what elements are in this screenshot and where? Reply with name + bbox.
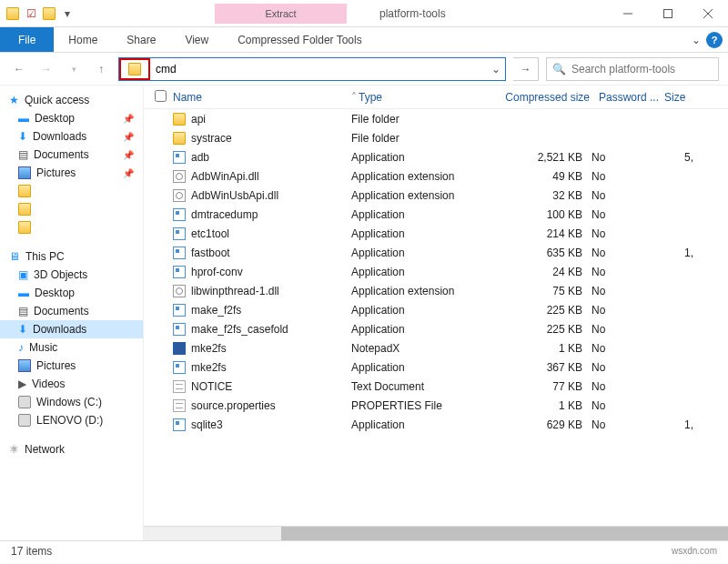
app-icon — [173, 323, 191, 336]
txt-icon — [173, 399, 191, 412]
sidebar-network[interactable]: ⚛Network — [0, 440, 143, 458]
file-row[interactable]: systraceFile folder — [144, 128, 728, 147]
file-row[interactable]: libwinpthread-1.dllApplication extension… — [144, 281, 728, 300]
sidebar-quick-access[interactable]: ★Quick access — [0, 91, 143, 109]
file-password: No — [592, 247, 657, 259]
tab-file[interactable]: File — [0, 27, 54, 52]
address-folder-icon[interactable] — [119, 58, 150, 80]
qat-dropdown-icon[interactable]: ▾ — [60, 6, 75, 21]
file-row[interactable]: mke2fsApplication367 KBNo — [144, 358, 728, 377]
file-row[interactable]: NOTICEText Document77 KBNo — [144, 377, 728, 396]
pictures-icon — [18, 359, 31, 372]
properties-icon[interactable]: ☑ — [24, 6, 38, 21]
column-compressed-size[interactable]: Compressed size — [495, 91, 599, 104]
minimize-button[interactable] — [608, 0, 648, 27]
select-all-checkbox[interactable] — [155, 90, 173, 105]
file-password: No — [592, 304, 657, 317]
app-icon — [173, 151, 191, 164]
file-row[interactable]: AdbWinUsbApi.dllApplication extension32 … — [144, 186, 728, 205]
file-list-pane: Name ˄ Type Compressed size Password ...… — [144, 86, 728, 540]
app-icon — [173, 227, 191, 240]
back-button[interactable]: ← — [9, 59, 29, 79]
file-row[interactable]: adbApplication2,521 KBNo5, — [144, 147, 728, 166]
sidebar-pictures[interactable]: Pictures📌 — [0, 164, 143, 182]
column-password[interactable]: Password ... — [599, 91, 664, 104]
ribbon-expand-icon[interactable]: ⌄ — [692, 34, 701, 46]
address-input[interactable] — [150, 59, 487, 79]
sidebar-documents[interactable]: ▤Documents📌 — [0, 146, 143, 164]
file-password: No — [592, 380, 657, 393]
file-row[interactable]: mke2fsNotepadX1 KBNo — [144, 338, 728, 358]
app-icon — [173, 266, 191, 278]
file-type: Application extension — [351, 189, 488, 202]
sidebar-folder[interactable] — [0, 200, 143, 218]
file-row[interactable]: source.propertiesPROPERTIES File1 KBNo — [144, 396, 728, 415]
file-row[interactable]: etc1toolApplication214 KBNo — [144, 224, 728, 243]
file-row[interactable]: sqlite3Application629 KBNo1, — [144, 415, 728, 434]
tab-home[interactable]: Home — [54, 27, 112, 52]
sidebar-this-pc[interactable]: 🖥This PC — [0, 247, 143, 266]
column-name[interactable]: Name — [173, 91, 351, 104]
context-tab-extract[interactable]: Extract — [215, 4, 347, 24]
file-compressed-size: 367 KB — [488, 361, 592, 374]
sidebar-folder[interactable] — [0, 218, 143, 237]
app-icon — [173, 247, 191, 259]
maximize-button[interactable] — [648, 0, 688, 27]
file-compressed-size: 49 KB — [488, 170, 592, 183]
address-dropdown-icon[interactable]: ⌄ — [487, 63, 505, 76]
sidebar-music[interactable]: ♪Music — [0, 338, 143, 357]
file-row[interactable]: hprof-convApplication24 KBNo — [144, 262, 728, 281]
quick-access-toolbar: ☑ ▾ — [0, 6, 80, 21]
folder-icon — [173, 132, 191, 145]
scrollbar-thumb[interactable] — [281, 527, 728, 540]
help-icon[interactable]: ? — [706, 32, 723, 48]
file-type: File folder — [351, 132, 488, 145]
file-row[interactable]: dmtracedumpApplication100 KBNo — [144, 205, 728, 224]
pin-icon: 📌 — [123, 168, 134, 178]
file-password: No — [592, 342, 657, 355]
up-button[interactable]: ↑ — [91, 59, 111, 79]
file-row[interactable]: apiFile folder — [144, 109, 728, 128]
column-size[interactable]: Size — [664, 91, 701, 104]
recent-dropdown-icon[interactable]: ▾ — [64, 59, 84, 79]
close-button[interactable] — [688, 0, 728, 27]
search-input[interactable] — [571, 63, 713, 76]
file-compressed-size: 2,521 KB — [488, 151, 592, 164]
tab-compressed-folder-tools[interactable]: Compressed Folder Tools — [223, 27, 377, 52]
file-row[interactable]: AdbWinApi.dllApplication extension49 KBN… — [144, 166, 728, 186]
sidebar-windows-c[interactable]: Windows (C:) — [0, 393, 143, 411]
file-password: No — [592, 361, 657, 374]
search-box[interactable]: 🔍 — [546, 57, 719, 81]
titlebar: ☑ ▾ Extract platform-tools — [0, 0, 728, 27]
sidebar-documents-pc[interactable]: ▤Documents — [0, 302, 143, 320]
desktop-icon: ▬ — [18, 112, 29, 125]
file-password: No — [592, 170, 657, 183]
sidebar-pictures-pc[interactable]: Pictures — [0, 357, 143, 375]
sidebar-downloads-pc[interactable]: ⬇Downloads — [0, 320, 143, 338]
sidebar-videos[interactable]: ▶Videos — [0, 375, 143, 393]
address-bar[interactable]: ⌄ — [118, 57, 506, 81]
sidebar-desktop[interactable]: ▬Desktop📌 — [0, 109, 143, 127]
navigation-pane: ★Quick access ▬Desktop📌 ⬇Downloads📌 ▤Doc… — [0, 86, 144, 540]
file-row[interactable]: fastbootApplication635 KBNo1, — [144, 243, 728, 262]
sidebar-desktop-pc[interactable]: ▬Desktop — [0, 284, 143, 302]
horizontal-scrollbar[interactable] — [144, 526, 728, 540]
tab-view[interactable]: View — [170, 27, 223, 52]
file-rows: apiFile foldersystraceFile folderadbAppl… — [144, 109, 728, 526]
desktop-icon: ▬ — [18, 287, 29, 299]
file-name: systrace — [191, 132, 351, 145]
sidebar-folder[interactable] — [0, 182, 143, 200]
navigation-bar: ← → ▾ ↑ ⌄ → 🔍 — [0, 53, 728, 86]
file-row[interactable]: make_f2fs_casefoldApplication225 KBNo — [144, 319, 728, 338]
file-type: Application — [351, 266, 488, 278]
sidebar-lenovo-d[interactable]: LENOVO (D:) — [0, 411, 143, 429]
file-row[interactable]: make_f2fsApplication225 KBNo — [144, 300, 728, 319]
sidebar-downloads[interactable]: ⬇Downloads📌 — [0, 127, 143, 146]
forward-button[interactable]: → — [36, 59, 56, 79]
go-button[interactable]: → — [513, 57, 539, 81]
sidebar-3d-objects[interactable]: ▣3D Objects — [0, 266, 143, 284]
file-type: Text Document — [351, 380, 488, 393]
column-type[interactable]: Type — [359, 91, 495, 104]
file-type: Application — [351, 208, 488, 221]
tab-share[interactable]: Share — [112, 27, 170, 52]
